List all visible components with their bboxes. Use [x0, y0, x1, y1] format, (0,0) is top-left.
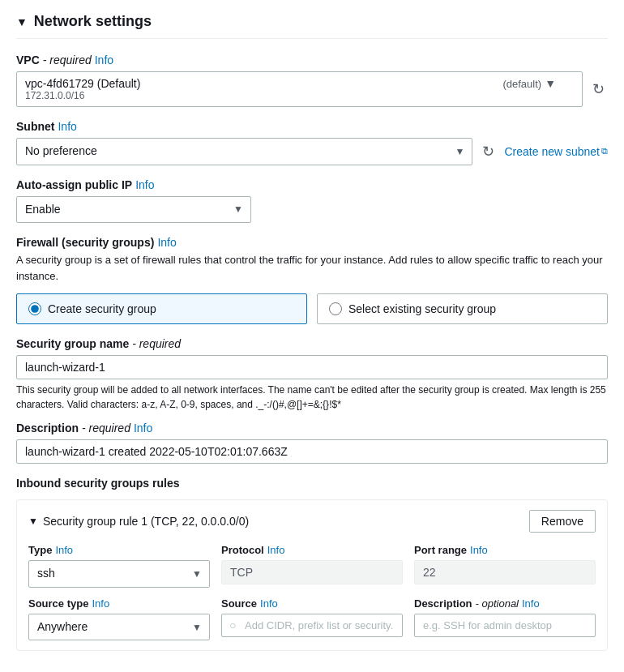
sg-name-label-text: Security group name — [16, 337, 129, 350]
sg-name-label: Security group name - required — [16, 337, 608, 350]
rule-fields-row1: Type Info ssh ▼ Protocol Info — [28, 544, 596, 588]
rule-description-input[interactable] — [414, 614, 596, 637]
vpc-value: vpc-4fd61729 (Default) — [25, 77, 140, 90]
create-sg-label: Create security group — [48, 302, 156, 315]
source-input-wrapper: ○ — [221, 614, 403, 637]
source-input[interactable] — [221, 614, 403, 637]
port-info-link[interactable]: Info — [470, 544, 488, 556]
protocol-field: Protocol Info — [221, 544, 403, 588]
rule-description-label: Description - optional Info — [414, 597, 596, 610]
sg-name-section: Security group name - required This secu… — [16, 337, 608, 412]
security-group-radio-group: Create security group Select existing se… — [16, 293, 608, 324]
source-type-select[interactable]: Anywhere — [28, 614, 210, 641]
rule-card-1: ▼ Security group rule 1 (TCP, 22, 0.0.0.… — [16, 499, 608, 651]
type-field: Type Info ssh ▼ — [28, 544, 210, 588]
auto-assign-select[interactable]: Enable Disable — [16, 196, 251, 224]
description-label-text: Description — [16, 422, 79, 434]
description-label: Description - required Info — [16, 422, 608, 434]
auto-assign-info-link[interactable]: Info — [135, 178, 154, 191]
rule-description-info-link[interactable]: Info — [522, 597, 540, 610]
section-header: ▼ Network settings — [16, 13, 608, 39]
vpc-required: - required — [43, 54, 92, 66]
vpc-input-row: vpc-4fd61729 (Default) (default) ▼ 172.3… — [16, 71, 608, 107]
rule-title-text: Security group rule 1 (TCP, 22, 0.0.0.0/… — [43, 515, 249, 528]
subnet-field-group: Subnet Info No preference ▼ ↻ Create new… — [16, 120, 608, 165]
subnet-label-text: Subnet — [16, 120, 54, 133]
auto-assign-label: Auto-assign public IP Info — [16, 178, 608, 191]
inbound-title: Inbound security groups rules — [16, 477, 608, 490]
subnet-refresh-button[interactable]: ↻ — [479, 139, 498, 164]
firewall-title: Firewall (security groups) Info — [16, 236, 608, 249]
select-existing-security-group-option[interactable]: Select existing security group — [317, 293, 608, 324]
auto-assign-select-wrapper: Enable Disable ▼ — [16, 196, 251, 224]
subnet-select[interactable]: No preference — [16, 138, 472, 165]
source-type-select-wrapper: Anywhere ▼ — [28, 614, 210, 641]
description-input[interactable] — [16, 439, 608, 464]
source-label-text: Source — [221, 597, 257, 610]
sg-name-required: - required — [132, 337, 181, 350]
subnet-label: Subnet Info — [16, 120, 608, 133]
external-link-icon: ⧉ — [601, 146, 608, 156]
firewall-section: Firewall (security groups) Info A securi… — [16, 236, 608, 324]
vpc-badge: (default) — [502, 78, 541, 90]
type-label: Type Info — [28, 544, 210, 556]
protocol-info-link[interactable]: Info — [267, 544, 285, 556]
subnet-refresh-icon: ↻ — [482, 143, 494, 161]
description-required: - required — [82, 422, 130, 434]
create-sg-radio[interactable] — [28, 302, 41, 315]
source-field: Source Info ○ — [221, 597, 403, 641]
vpc-select[interactable]: vpc-4fd61729 (Default) (default) ▼ 172.3… — [16, 71, 583, 107]
vpc-field-group: VPC - required Info vpc-4fd61729 (Defaul… — [16, 54, 608, 107]
rule-header: ▼ Security group rule 1 (TCP, 22, 0.0.0.… — [28, 510, 596, 533]
subnet-info-link[interactable]: Info — [58, 120, 76, 133]
port-label: Port range Info — [414, 544, 596, 556]
type-select[interactable]: ssh — [28, 560, 210, 588]
create-subnet-link[interactable]: Create new subnet ⧉ — [504, 145, 608, 158]
auto-assign-label-text: Auto-assign public IP — [16, 178, 132, 191]
remove-rule-button[interactable]: Remove — [529, 510, 596, 533]
firewall-description: A security group is a set of firewall ru… — [16, 252, 608, 284]
source-type-info-link[interactable]: Info — [92, 597, 109, 610]
source-label: Source Info — [221, 597, 403, 610]
subnet-input-row: No preference ▼ ↻ Create new subnet ⧉ — [16, 138, 608, 165]
section-title: Network settings — [34, 13, 152, 30]
port-label-text: Port range — [414, 544, 467, 556]
description-info-link[interactable]: Info — [134, 422, 152, 434]
vpc-subnet-cidr: 172.31.0.0/16 — [25, 90, 556, 101]
vpc-main-line: vpc-4fd61729 (Default) (default) ▼ — [25, 77, 556, 90]
select-sg-radio[interactable] — [329, 302, 342, 315]
source-type-label-text: Source type — [28, 597, 88, 610]
port-field: Port range Info — [414, 544, 596, 588]
sg-name-input[interactable] — [16, 355, 608, 379]
subnet-select-wrapper: No preference ▼ — [16, 138, 472, 165]
rule-description-label-text: Description — [414, 597, 472, 610]
type-info-link[interactable]: Info — [55, 544, 73, 556]
protocol-input — [221, 560, 403, 584]
firewall-info-link[interactable]: Info — [157, 236, 176, 249]
protocol-label-text: Protocol — [221, 544, 264, 556]
vpc-refresh-icon: ↻ — [592, 80, 605, 98]
rule-chevron-icon: ▼ — [28, 516, 38, 527]
rule-title: ▼ Security group rule 1 (TCP, 22, 0.0.0.… — [28, 515, 249, 528]
select-sg-label: Select existing security group — [348, 302, 496, 315]
type-label-text: Type — [28, 544, 52, 556]
source-info-link[interactable]: Info — [260, 597, 278, 610]
rule-description-field: Description - optional Info — [414, 597, 596, 641]
vpc-refresh-button[interactable]: ↻ — [589, 77, 608, 101]
create-security-group-option[interactable]: Create security group — [16, 293, 307, 324]
source-radio-icon: ○ — [229, 618, 236, 631]
vpc-label: VPC - required Info — [16, 54, 608, 66]
vpc-chevron-icon: ▼ — [545, 77, 556, 90]
sg-name-helper: This security group will be added to all… — [16, 383, 608, 412]
type-select-wrapper: ssh ▼ — [28, 560, 210, 588]
vpc-info-link[interactable]: Info — [95, 54, 113, 66]
inbound-section: Inbound security groups rules ▼ Security… — [16, 477, 608, 651]
rule-description-optional: - optional — [476, 597, 519, 610]
auto-assign-field-group: Auto-assign public IP Info Enable Disabl… — [16, 178, 608, 224]
create-subnet-label: Create new subnet — [504, 145, 600, 158]
port-input — [414, 560, 596, 584]
rule-fields-row2: Source type Info Anywhere ▼ Source Info — [28, 597, 596, 641]
description-section: Description - required Info — [16, 422, 608, 464]
source-type-field: Source type Info Anywhere ▼ — [28, 597, 210, 641]
vpc-label-text: VPC — [16, 54, 40, 66]
